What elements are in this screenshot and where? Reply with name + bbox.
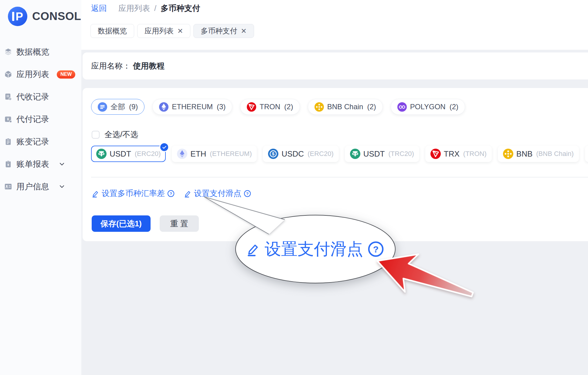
token-chip-trx[interactable]: TRX (TRON)	[425, 146, 492, 162]
token-name: USDT	[363, 149, 385, 159]
tab-data-overview[interactable]: 数据概览	[90, 24, 134, 38]
tab-label: 应用列表	[144, 26, 174, 36]
tab-label: 多币种支付	[201, 26, 237, 36]
chain-chip-polygon[interactable]: POLYGON (2)	[391, 99, 465, 115]
chain-count: (2)	[450, 103, 458, 111]
chain-label: ETHEREUM	[172, 103, 213, 111]
close-icon[interactable]: ✕	[241, 28, 246, 35]
sidebar-item-label: 用户信息	[16, 181, 49, 192]
yen-card-icon: ¥	[4, 115, 12, 123]
question-icon: ?	[367, 240, 385, 258]
brand-logo: P CONSOLE	[8, 7, 89, 26]
brand-logo-icon: P	[8, 7, 27, 26]
chain-label: BNB Chain	[327, 103, 363, 111]
settings-links-row: 设置多币种汇率差 ? 设置支付滑点 ?	[92, 188, 251, 199]
eth-icon	[177, 149, 187, 159]
select-all-checkbox[interactable]	[92, 131, 100, 139]
magnified-slippage-link: 设置支付滑点 ?	[240, 238, 391, 260]
sidebar-item-bill-report[interactable]: ¥ 账单报表	[0, 153, 81, 175]
chain-count: (3)	[217, 103, 226, 111]
svg-text:?: ?	[246, 191, 249, 196]
token-chain: (TRC20)	[389, 150, 414, 158]
sidebar-item-label: 代付记录	[16, 114, 49, 125]
bnb-icon	[503, 149, 513, 159]
svg-text:¥: ¥	[7, 117, 9, 121]
save-button[interactable]: 保存(已选1)	[92, 215, 151, 232]
sidebar-menu: 数据概览 应用列表 NEW 代收记录	[0, 41, 81, 198]
selected-check-badge	[159, 142, 169, 152]
chain-chip-tron[interactable]: TRON (2)	[240, 99, 300, 115]
sidebar-item-payout-records[interactable]: ¥ 代付记录	[0, 108, 81, 130]
close-icon[interactable]: ✕	[177, 28, 183, 35]
tab-label: 数据概览	[98, 26, 127, 36]
chain-filter-row: 全部 (9) ETHEREUM (3)	[91, 99, 465, 115]
currency-settings-card: 全部 (9) ETHEREUM (3)	[83, 88, 588, 241]
token-chip-usdc[interactable]: $ USDC (ERC20)	[263, 146, 338, 162]
magnified-link-label: 设置支付滑点	[265, 238, 363, 260]
token-chip-eth[interactable]: ETH (ETHEREUM)	[172, 146, 257, 162]
red-arrow	[371, 242, 479, 313]
sidebar-item-label: 代收记录	[16, 91, 49, 102]
token-row: USDT (ERC20) ETH (ETHEREUM)	[91, 146, 588, 162]
edit-pencil-icon	[92, 190, 100, 198]
id-card-icon	[4, 182, 12, 191]
ethereum-icon	[159, 102, 168, 112]
chain-label: POLYGON	[410, 103, 446, 111]
token-chip-usdt-bep20[interactable]: USDT (BEP20)	[585, 146, 588, 162]
token-chain: (BNB Chain)	[536, 150, 573, 158]
token-name: USDC	[281, 149, 304, 159]
svg-text:?: ?	[170, 191, 172, 196]
select-all-row: 全选/不选	[92, 129, 138, 140]
brand-name: CONSOLE	[32, 10, 89, 23]
chain-label: TRON	[260, 103, 280, 111]
sidebar-item-user-info[interactable]: 用户信息	[0, 175, 81, 198]
tron-icon	[430, 149, 441, 159]
all-chains-icon	[98, 102, 107, 112]
sidebar: P CONSOLE 数据概览 应用列表 NEW	[0, 0, 81, 375]
token-chain: (ERC20)	[308, 150, 334, 158]
logo-bar	[12, 12, 14, 21]
token-chip-usdt-trc20[interactable]: USDT (TRC20)	[345, 146, 419, 162]
sidebar-item-app-list[interactable]: 应用列表 NEW	[0, 63, 81, 86]
chain-chip-bnb[interactable]: BNB Chain (2)	[308, 99, 383, 115]
chain-count: (2)	[367, 103, 376, 111]
set-exchange-rate-link[interactable]: 设置多币种汇率差 ?	[92, 188, 175, 199]
sidebar-item-balance-records[interactable]: 账变记录	[0, 130, 81, 153]
reset-button[interactable]: 重 置	[160, 215, 199, 232]
sidebar-item-label: 应用列表	[16, 69, 49, 80]
back-link[interactable]: 返回	[91, 3, 107, 14]
sidebar-item-label: 数据概览	[16, 46, 49, 57]
question-icon[interactable]: ?	[167, 190, 175, 198]
document-gear-icon	[4, 93, 12, 101]
token-name: ETH	[190, 149, 206, 159]
select-all-label: 全选/不选	[104, 129, 138, 140]
chain-chip-all[interactable]: 全部 (9)	[91, 99, 144, 115]
usdc-icon: $	[268, 149, 278, 159]
clipboard-yen-icon: ¥	[4, 160, 12, 168]
set-slippage-link[interactable]: 设置支付滑点 ?	[184, 188, 251, 199]
tab-multi-currency[interactable]: 多币种支付 ✕	[193, 24, 254, 38]
breadcrumb: 返回 应用列表 / 多币种支付	[91, 3, 200, 14]
breadcrumb-parent[interactable]: 应用列表	[118, 3, 150, 14]
token-chip-usdt-erc20[interactable]: USDT (ERC20)	[91, 146, 166, 162]
app-name-label: 应用名称：	[91, 61, 131, 71]
token-name: BNB	[516, 149, 532, 159]
breadcrumb-current: 多币种支付	[161, 3, 200, 14]
question-icon[interactable]: ?	[243, 190, 251, 198]
token-chip-bnb[interactable]: BNB (BNB Chain)	[498, 146, 579, 162]
tab-app-list[interactable]: 应用列表 ✕	[137, 24, 190, 38]
link-label: 设置多币种汇率差	[102, 188, 165, 199]
token-chain: (ERC20)	[135, 150, 161, 158]
usdt-icon	[96, 149, 107, 159]
link-label: 设置支付滑点	[194, 188, 241, 199]
chevron-down-icon	[58, 160, 66, 168]
sidebar-item-data-overview[interactable]: 数据概览	[0, 41, 81, 63]
section-divider	[91, 177, 588, 177]
sidebar-item-collection-records[interactable]: 代收记录	[0, 86, 81, 108]
token-name: TRX	[444, 149, 460, 159]
tab-bar: 数据概览 应用列表 ✕ 多币种支付 ✕	[90, 24, 254, 38]
chain-chip-ethereum[interactable]: ETHEREUM (3)	[152, 99, 232, 115]
new-badge: NEW	[57, 70, 75, 79]
chevron-down-icon	[58, 183, 66, 190]
console-page: P CONSOLE 数据概览 应用列表 NEW	[0, 0, 588, 375]
